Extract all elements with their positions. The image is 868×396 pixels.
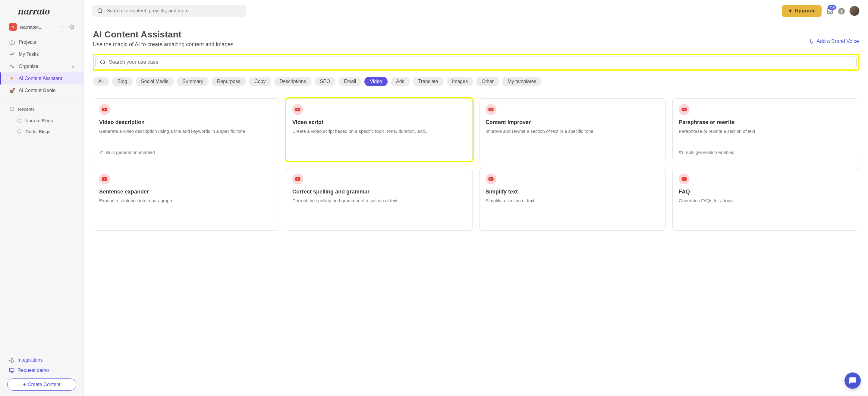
- chip-all[interactable]: All: [93, 77, 109, 86]
- chip-video[interactable]: Video: [364, 77, 388, 86]
- sidebar-footer: Integrations Request demo + Create Conte…: [0, 351, 84, 396]
- youtube-icon: [486, 174, 496, 185]
- youtube-icon: [292, 174, 303, 185]
- avatar[interactable]: [849, 6, 860, 16]
- brand-logo: narrato: [0, 0, 84, 20]
- monitor-icon: [9, 368, 14, 373]
- inbox-icon[interactable]: 319: [827, 7, 833, 14]
- nav-label: Projects: [19, 39, 36, 45]
- sidebar-nav: Projects My Tasks Organize ▶ AI Content …: [0, 34, 84, 351]
- svg-rect-22: [680, 151, 683, 154]
- mic-icon: [809, 39, 814, 44]
- divider: [0, 100, 84, 100]
- add-brand-voice-link[interactable]: Add a Brand Voice: [809, 38, 859, 45]
- use-case-search[interactable]: [95, 56, 857, 68]
- chip-other[interactable]: Other: [476, 77, 499, 86]
- chip-translate[interactable]: Translate: [413, 77, 444, 86]
- use-case-input[interactable]: [109, 59, 852, 65]
- gear-icon[interactable]: [69, 24, 74, 30]
- template-card[interactable]: Content improverImprove and rewrite a se…: [479, 98, 666, 161]
- svg-text:?: ?: [840, 9, 843, 13]
- global-search[interactable]: [92, 5, 246, 17]
- chip-images[interactable]: Images: [447, 77, 473, 86]
- nav-label: My Tasks: [19, 52, 38, 57]
- chip-ads[interactable]: Ads: [391, 77, 410, 86]
- search-icon: [100, 59, 106, 65]
- nav-label: AI Content Genie: [19, 88, 56, 93]
- card-title: Sentence expander: [99, 189, 273, 195]
- chevron-down-icon[interactable]: [60, 25, 64, 29]
- sidebar-item-projects[interactable]: Projects: [0, 36, 84, 48]
- card-title: FAQ: [679, 189, 852, 195]
- youtube-icon: [679, 174, 689, 185]
- cube-icon: [16, 128, 22, 134]
- sidebar-item-ai-genie[interactable]: 🚀 AI Content Genie: [0, 85, 84, 96]
- card-desc: Improve and rewrite a section of text in…: [486, 128, 659, 155]
- card-title: Simplify text: [486, 189, 659, 195]
- template-card[interactable]: Video scriptCreate a video script based …: [286, 98, 472, 161]
- chip-descriptions[interactable]: Descriptions: [274, 77, 312, 86]
- card-title: Correct spelling and grammar: [292, 189, 466, 195]
- notification-badge: 319: [828, 5, 836, 10]
- content: AI Content Assistant Use the magic of AI…: [84, 22, 868, 396]
- chip-blog[interactable]: Blog: [112, 77, 133, 86]
- page-title: AI Content Assistant: [93, 29, 233, 39]
- sidebar: narrato N NarratoM... Projects My Tasks: [0, 0, 84, 396]
- bulk-badge: Bulk generation enabled: [99, 150, 273, 155]
- template-card[interactable]: Correct spelling and grammarCorrect the …: [286, 168, 472, 231]
- search-input[interactable]: [107, 8, 241, 13]
- card-title: Paraphrase or rewrite: [679, 119, 852, 125]
- chip-copy[interactable]: Copy: [249, 77, 271, 86]
- chip-social-media[interactable]: Social Media: [135, 77, 174, 86]
- recent-item[interactable]: Godot Blogs: [0, 126, 84, 137]
- svg-rect-18: [101, 151, 103, 154]
- svg-point-2: [10, 65, 12, 66]
- sidebar-item-organize[interactable]: Organize ▶: [0, 60, 84, 73]
- chip-repurpose[interactable]: Repurpose: [212, 77, 246, 86]
- template-card[interactable]: Sentence expanderExpand a sentence into …: [93, 168, 279, 231]
- svg-line-16: [104, 63, 105, 64]
- sidebar-item-my-tasks[interactable]: My Tasks: [0, 48, 84, 60]
- youtube-icon: [292, 104, 303, 115]
- template-cards: Video descriptionGenerate a video descri…: [93, 98, 859, 231]
- chip-seo[interactable]: SEO: [315, 77, 336, 86]
- chat-fab[interactable]: [844, 372, 861, 389]
- youtube-icon: [679, 104, 689, 115]
- template-card[interactable]: Video descriptionGenerate a video descri…: [93, 98, 279, 161]
- card-desc: Correct the spelling and grammar of a se…: [292, 197, 466, 224]
- svg-point-5: [11, 358, 13, 360]
- youtube-icon: [486, 104, 496, 115]
- template-card[interactable]: FAQGenerates FAQs for a topic: [673, 168, 859, 231]
- help-icon[interactable]: ?: [838, 7, 844, 14]
- template-card[interactable]: Simplify textSimplify a section of text: [479, 168, 666, 231]
- create-content-button[interactable]: + Create Content: [7, 378, 76, 391]
- card-desc: Expand a sentence into a paragraph: [99, 197, 273, 224]
- chip-summary[interactable]: Summary: [177, 77, 208, 86]
- briefcase-icon: [9, 39, 15, 45]
- card-title: Video script: [292, 119, 466, 125]
- card-title: Video description: [99, 119, 273, 125]
- request-demo-link[interactable]: Request demo: [7, 365, 76, 375]
- clock-icon: [9, 106, 15, 112]
- svg-point-10: [98, 9, 102, 13]
- svg-point-3: [12, 67, 14, 68]
- use-case-search-highlight: [93, 54, 859, 70]
- youtube-icon: [99, 104, 110, 115]
- chip-my-templates[interactable]: My templates: [502, 77, 541, 86]
- card-desc: Create a video script based on a specifi…: [292, 128, 466, 155]
- integrations-link[interactable]: Integrations: [7, 355, 76, 365]
- chip-email[interactable]: Email: [338, 77, 361, 86]
- svg-rect-7: [10, 368, 14, 372]
- topbar: ✦ Upgrade 319 ?: [84, 0, 868, 22]
- recent-item[interactable]: Narrato Blogs: [0, 115, 84, 126]
- recents-header: Recents: [0, 103, 84, 115]
- youtube-icon: [99, 174, 110, 185]
- workspace-selector[interactable]: N NarratoM...: [0, 20, 84, 34]
- template-card[interactable]: Paraphrase or rewriteParaphrase or rewri…: [673, 98, 859, 161]
- chevron-right-icon: ▶: [72, 64, 74, 68]
- nav-label: Organize: [19, 64, 38, 69]
- main: ✦ Upgrade 319 ? AI Content Assistant Use…: [84, 0, 868, 396]
- sidebar-item-ai-assistant[interactable]: AI Content Assistant: [0, 73, 84, 85]
- search-icon: [97, 8, 103, 14]
- upgrade-button[interactable]: ✦ Upgrade: [782, 5, 822, 17]
